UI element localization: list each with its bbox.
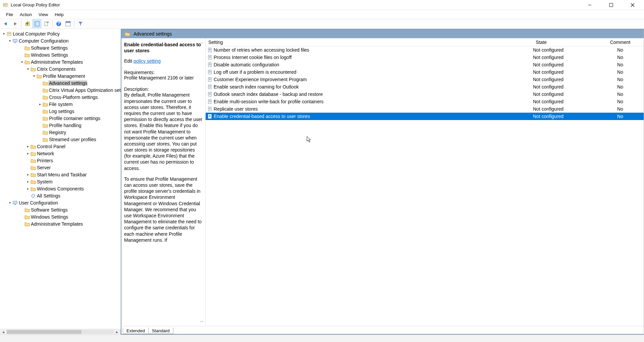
column-state[interactable]: State: [533, 40, 597, 45]
tree-item[interactable]: · Windows Settings: [0, 51, 121, 58]
app-icon: [3, 2, 8, 8]
forward-button[interactable]: [11, 19, 19, 28]
folder-icon: [30, 186, 36, 191]
tree-item[interactable]: ▾ Profile Management: [0, 72, 121, 79]
tree-item-label: Software Settings: [30, 45, 68, 51]
tree-item-label: Administrative Templates: [30, 59, 83, 65]
setting-label: Disable automatic configuration: [213, 62, 533, 67]
chevron-down-icon[interactable]: ▾: [19, 60, 24, 64]
help-button[interactable]: ?: [54, 19, 63, 28]
back-button[interactable]: [1, 19, 10, 28]
tree-item[interactable]: ▸ Start Menu and Taskbar: [0, 171, 121, 178]
tree-item[interactable]: · Streamed user profiles: [0, 136, 121, 143]
setting-row[interactable]: Process Internet cookie files on logoff …: [206, 54, 644, 61]
chevron-right-icon[interactable]: ▸: [38, 102, 42, 106]
setting-row[interactable]: Enable search index roaming for Outlook …: [206, 83, 644, 91]
tree-item[interactable]: · Printers: [0, 157, 121, 164]
menu-action[interactable]: Action: [16, 11, 35, 18]
tree-item[interactable]: · Log settings: [0, 108, 121, 115]
chevron-right-icon[interactable]: ▸: [25, 152, 30, 155]
close-button[interactable]: [627, 1, 639, 9]
scroll-down-icon[interactable]: ﹀: [199, 319, 205, 325]
minimize-button[interactable]: [584, 1, 596, 9]
chevron-down-icon[interactable]: ▾: [1, 32, 6, 36]
title-bar: Local Group Policy Editor: [0, 0, 644, 10]
tree-item[interactable]: ▾ Computer Configuration: [0, 37, 121, 44]
chevron-right-icon[interactable]: ▸: [25, 180, 30, 183]
tree-item[interactable]: ▾ Administrative Templates: [0, 58, 121, 65]
show-hide-tree-button[interactable]: [33, 19, 41, 28]
tree-item[interactable]: · All Settings: [0, 192, 121, 199]
setting-row[interactable]: Disable automatic configuration Not conf…: [206, 61, 644, 68]
tree-item[interactable]: · Profile handling: [0, 122, 121, 129]
menu-file[interactable]: File: [3, 11, 16, 18]
tree-item[interactable]: · Windows Settings: [0, 213, 121, 220]
tree-item[interactable]: ▸ File system: [0, 101, 121, 108]
setting-row[interactable]: Log off user if a problem is encountered…: [206, 68, 644, 76]
tree-horizontal-scrollbar[interactable]: ◄ ►: [0, 329, 120, 335]
folder-icon: [125, 32, 130, 36]
tree-item[interactable]: · Cross-Platform settings: [0, 94, 121, 101]
up-button[interactable]: [23, 19, 32, 28]
tree-item[interactable]: · Profile container settings: [0, 115, 121, 122]
tree-item[interactable]: ▾ User Configuration: [0, 199, 121, 206]
tree-item-label: Cross-Platform settings: [48, 95, 98, 100]
menu-help[interactable]: Help: [51, 11, 67, 18]
tab-standard[interactable]: Standard: [148, 328, 173, 334]
folder-icon: [24, 208, 30, 212]
tree-item-label: Citrix Components: [36, 66, 75, 72]
tree-item[interactable]: · Server: [0, 164, 121, 171]
tree-item[interactable]: ▸ System: [0, 178, 121, 185]
chevron-right-icon[interactable]: ▸: [25, 187, 30, 190]
column-comment[interactable]: Comment: [597, 40, 644, 45]
chevron-down-icon[interactable]: ▾: [25, 67, 30, 71]
chevron-down-icon[interactable]: ▾: [32, 74, 36, 78]
chevron-down-icon[interactable]: ▾: [7, 39, 12, 43]
tree-item[interactable]: ▾ Local Computer Policy: [0, 30, 121, 37]
computer-icon: [12, 38, 18, 44]
tree-item[interactable]: ▸ Control Panel: [0, 143, 121, 150]
scroll-up-icon[interactable]: ︿: [199, 40, 205, 45]
setting-label: Number of retries when accessing locked …: [213, 47, 533, 53]
svg-rect-56: [208, 107, 211, 111]
tree-item-label: Software Settings: [30, 207, 68, 213]
column-setting[interactable]: Setting: [206, 40, 533, 45]
setting-row[interactable]: Enable credential-based access to user s…: [206, 113, 644, 120]
chevron-down-icon[interactable]: ▾: [7, 201, 12, 205]
options-button[interactable]: [64, 19, 72, 28]
chevron-right-icon[interactable]: ▸: [25, 145, 30, 148]
tree-item[interactable]: ▸ Windows Components: [0, 185, 121, 192]
tree-item[interactable]: · Registry: [0, 129, 121, 136]
requirements-value: Profile Management 2106 or later: [124, 75, 203, 80]
tree-item[interactable]: ▾ Citrix Components: [0, 65, 121, 72]
setting-row[interactable]: Enable multi-session write-back for prof…: [206, 98, 644, 105]
tree-item[interactable]: · Citrix Virtual Apps Optimization set: [0, 87, 121, 94]
tree-item-label: Local Computer Policy: [12, 31, 60, 37]
tree-item[interactable]: · Software Settings: [0, 206, 121, 213]
setting-row[interactable]: Outlook search index database - backup a…: [206, 91, 644, 98]
maximize-button[interactable]: [605, 1, 617, 9]
setting-row[interactable]: Replicate user stores Not configured No: [206, 105, 644, 113]
setting-row[interactable]: Number of retries when accessing locked …: [206, 46, 644, 54]
tree-item[interactable]: · Software Settings: [0, 44, 121, 51]
tree-item[interactable]: · Administrative Templates: [0, 220, 121, 227]
folder-icon: [24, 222, 30, 226]
navigation-tree[interactable]: ▾ Local Computer Policy ▾ Computer Confi…: [0, 29, 121, 329]
tree-item-label: Windows Settings: [30, 52, 68, 58]
export-button[interactable]: [42, 19, 51, 28]
edit-policy-setting-link[interactable]: policy setting: [133, 58, 161, 64]
setting-comment: No: [597, 84, 644, 90]
tree-item[interactable]: ▸ Network: [0, 150, 121, 157]
setting-row[interactable]: Customer Experience Improvement Program …: [206, 76, 644, 83]
filter-button[interactable]: [76, 19, 85, 28]
chevron-right-icon[interactable]: ▸: [25, 173, 30, 176]
tab-extended[interactable]: Extended: [123, 328, 149, 334]
tree-item-label: File system: [48, 102, 73, 107]
requirements-label: Requirements:: [124, 70, 203, 75]
setting-doc-icon: [206, 55, 213, 60]
tree-item[interactable]: · Advanced settings: [0, 79, 121, 87]
svg-rect-18: [13, 39, 17, 42]
setting-doc-icon: [206, 99, 213, 104]
setting-comment: No: [597, 77, 644, 82]
menu-view[interactable]: View: [35, 11, 51, 18]
